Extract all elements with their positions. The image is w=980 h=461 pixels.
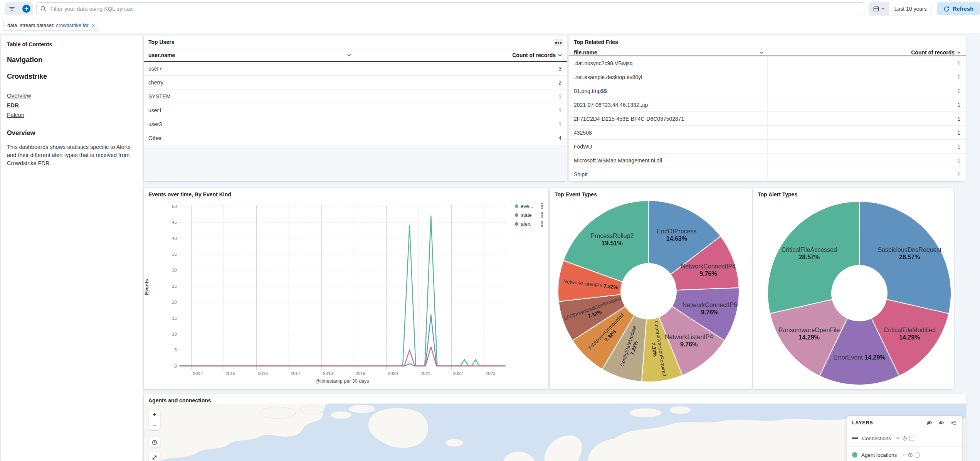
layer-filter-icon[interactable] — [896, 436, 900, 441]
legend-item-event[interactable]: eve... — [515, 203, 543, 209]
cell-count[interactable]: 1 — [768, 112, 966, 125]
cell-name[interactable]: .dat.nosync2c98.VBwjsq — [569, 56, 768, 70]
layer-row-agent-locations[interactable]: Agent locations — [847, 447, 962, 461]
add-filter-button[interactable] — [19, 2, 33, 15]
eye-open-icon[interactable] — [938, 420, 945, 426]
cell-count[interactable]: 2 — [355, 76, 567, 89]
layer-time-icon[interactable] — [908, 453, 913, 458]
legend-actions-icon[interactable] — [541, 220, 543, 227]
cell-name[interactable]: 2F71C2D4-D215-453E-BF4C-D6C037502871 — [569, 112, 768, 125]
table-row[interactable]: Microsoft.WSMan.Management.ni.dll1 — [569, 154, 966, 167]
cell-name[interactable]: user7 — [144, 62, 355, 75]
layer-time-icon[interactable] — [902, 436, 907, 441]
timeslider-button[interactable] — [149, 437, 160, 447]
column-header-name[interactable]: file.name — [569, 49, 768, 56]
legend-actions-icon[interactable] — [541, 211, 543, 218]
cell-count[interactable]: 1 — [768, 56, 966, 70]
sort-chevron-icon — [347, 53, 351, 57]
layer-checkbox[interactable] — [915, 453, 920, 458]
top-navigation-bar: Last 10 years Refresh — [0, 0, 980, 17]
panel-options-icon[interactable] — [554, 39, 563, 46]
cell-count[interactable]: 1 — [355, 89, 567, 103]
legend-item-alert[interactable]: alert — [515, 220, 543, 227]
cell-count[interactable]: 1 — [355, 117, 567, 131]
series-line-state[interactable] — [180, 315, 506, 366]
cell-name[interactable]: user1 — [144, 103, 355, 117]
remove-filter-icon[interactable]: × — [92, 23, 95, 28]
column-header-name[interactable]: user.name — [144, 49, 355, 61]
cell-count[interactable]: 4 — [355, 131, 567, 145]
toc-link-overview[interactable]: Overview — [7, 91, 136, 100]
cell-count[interactable]: 1 — [768, 84, 966, 98]
x-tick-label: 2018 — [323, 371, 333, 376]
slice-label-ErrorEvent: ErrorEvent 14.29% — [833, 354, 885, 361]
time-range-value[interactable]: Last 10 years — [889, 2, 931, 15]
table-row[interactable]: cherry2 — [144, 76, 567, 89]
sort-chevron-icon — [558, 53, 562, 57]
filter-bar: data_stream.dataset: crowdstrike.fdr × — [0, 17, 980, 33]
cell-count[interactable]: 1 — [355, 103, 567, 117]
expand-map-button[interactable] — [149, 452, 160, 461]
cell-count[interactable]: 1 — [768, 70, 966, 84]
table-row[interactable]: ShipIt1 — [569, 167, 966, 181]
x-tick-label: 2022 — [453, 371, 463, 376]
cell-name[interactable]: .net.example.desktop.ev80yl — [569, 70, 768, 84]
legend-color-dot — [515, 222, 518, 226]
table-row[interactable]: user11 — [144, 103, 567, 117]
layer-checkbox[interactable] — [909, 436, 914, 441]
legend-item-state[interactable]: state — [515, 211, 543, 218]
series-line-alert[interactable] — [180, 347, 506, 366]
layers-list: ConnectionsAgent locationsBasemap — [847, 430, 962, 461]
layer-filter-icon[interactable] — [901, 453, 906, 457]
table-row[interactable]: .dat.nosync2c98.VBwjsq1 — [569, 56, 966, 70]
filter-pill[interactable]: data_stream.dataset: crowdstrike.fdr × — [3, 20, 99, 31]
cell-name[interactable]: 2021-07-06T23:44:46.133Z.zip — [569, 98, 768, 111]
column-header-count[interactable]: Count of records — [768, 49, 966, 56]
zoom-out-button[interactable]: − — [149, 420, 160, 430]
cell-count[interactable]: 1 — [768, 154, 966, 167]
table-of-contents-panel: Table of Contents Navigation Crowdstrike… — [1, 35, 143, 461]
cell-count[interactable]: 1 — [768, 140, 966, 153]
date-picker-menu-button[interactable] — [869, 2, 889, 15]
eye-closed-icon[interactable] — [926, 420, 933, 426]
zoom-in-button[interactable]: + — [149, 409, 160, 420]
layer-controls — [901, 453, 920, 458]
y-axis-title: Events — [144, 275, 150, 299]
cell-name[interactable]: 432508 — [569, 126, 768, 139]
refresh-button[interactable]: Refresh — [937, 2, 980, 15]
cell-name[interactable]: Microsoft.WSMan.Management.ni.dll — [569, 154, 768, 167]
table-row[interactable]: 2F71C2D4-D215-453E-BF4C-D6C0375028711 — [569, 112, 966, 126]
table-row[interactable]: 4325081 — [569, 126, 966, 140]
table-row[interactable]: .net.example.desktop.ev80yl1 — [569, 70, 966, 84]
cell-count[interactable]: 1 — [768, 167, 966, 181]
column-header-count[interactable]: Count of records — [355, 49, 567, 61]
table-row[interactable]: 01.png.tmp$$1 — [569, 84, 966, 98]
toc-link-falcon[interactable]: Falcon — [7, 110, 136, 120]
table-row[interactable]: user31 — [144, 117, 567, 131]
table-row[interactable]: 2021-07-06T23:44:46.133Z.zip1 — [569, 98, 966, 112]
cell-name[interactable]: Other — [144, 131, 355, 145]
filters-toggle-button[interactable] — [5, 2, 19, 15]
collapse-layers-icon[interactable] — [950, 420, 957, 426]
cell-name[interactable]: ShipIt — [569, 167, 768, 181]
cell-count[interactable]: 1 — [768, 126, 966, 139]
cell-name[interactable]: user3 — [144, 117, 355, 131]
layers-panel: LAYERS — [847, 416, 962, 461]
table-row[interactable]: Other4 — [144, 131, 567, 145]
table-row[interactable]: user73 — [144, 62, 567, 76]
table-row[interactable]: SYSTEM1 — [144, 89, 567, 103]
cell-name[interactable]: cherry — [144, 76, 355, 89]
toc-link-fdr[interactable]: FDR — [7, 100, 136, 110]
legend-actions-icon[interactable] — [541, 203, 543, 209]
cell-name[interactable]: SYSTEM — [144, 89, 355, 103]
world-map[interactable]: + − — [144, 404, 966, 461]
cell-name[interactable]: FodWU — [569, 140, 768, 153]
table-row[interactable]: FodWU1 — [569, 140, 966, 154]
cell-count[interactable]: 3 — [355, 62, 567, 75]
cell-name[interactable]: 01.png.tmp$$ — [569, 84, 768, 98]
cell-count[interactable]: 1 — [768, 98, 966, 111]
chevron-down-icon — [881, 7, 885, 11]
layer-row-connections[interactable]: Connections — [847, 430, 962, 447]
search-input[interactable] — [36, 2, 864, 15]
top-event-types-donut-chart: EndOfProcess14.63%NetworkConnectIP49.76%… — [550, 188, 752, 389]
